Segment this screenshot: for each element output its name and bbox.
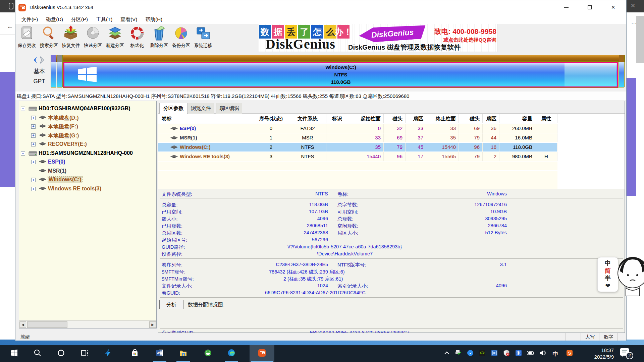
menu-item-4[interactable]: 查看(V)	[116, 16, 141, 23]
taskbar-word[interactable]: W	[152, 345, 168, 362]
partition-block-msr[interactable]	[57, 55, 63, 87]
header-9[interactable]: 扇区	[483, 114, 499, 123]
scroll-right-button[interactable]: ▶	[149, 321, 156, 328]
header-7[interactable]: 终止柱面	[426, 114, 459, 123]
toolbar-button-format[interactable]: 格式化	[126, 25, 148, 52]
minimize-button[interactable]	[559, 2, 574, 13]
table-row-0[interactable]: ESP(0)0FAT3203233336936260.0MB	[158, 124, 557, 133]
tab-2[interactable]: 扇区编辑	[216, 103, 242, 114]
taskbar-tray-printer[interactable]	[453, 345, 464, 362]
close-button[interactable]: ×	[606, 2, 621, 13]
toolbar-button-system-migration[interactable]: 系统迁移	[192, 25, 214, 52]
partition-block-windows-c[interactable]: Windows(C:) NTFS 118.0GB	[63, 62, 618, 87]
tree-item-msr-1-[interactable]: MSR(1)	[19, 167, 156, 176]
header-8[interactable]: 磁头	[459, 114, 483, 123]
tree-item-hd0-toshibamq04abf100-932gb-[interactable]: −HD0:TOSHIBAMQ04ABF100(932GB)	[19, 105, 156, 113]
header-1[interactable]: 序号(状态)	[253, 114, 289, 123]
tab-0[interactable]: 分区参数	[159, 103, 187, 114]
header-2[interactable]: 文件系统	[289, 114, 326, 123]
titlebar[interactable]: DiskGenius V5.4.3.1342 x64 ×	[15, 0, 626, 15]
expand-icon[interactable]: +	[31, 160, 36, 164]
header-6[interactable]: 扇区	[406, 114, 426, 123]
ime-status-bar[interactable]: 中简半❤	[597, 257, 618, 292]
ime-item-3[interactable]: ❤	[605, 283, 610, 289]
taskbar-tray-volume[interactable]	[537, 345, 548, 362]
notification-center-icon[interactable]: 2	[620, 348, 633, 359]
ad-banner[interactable]: 数据丢了怎么办！ DiskGenius DiskGenius 致电: 400-0…	[258, 24, 497, 52]
header-0[interactable]: 卷标	[158, 114, 253, 123]
expand-icon[interactable]: +	[31, 142, 36, 146]
taskbar-file-explorer[interactable]	[175, 345, 191, 362]
tree-item-hd1-samsungmznln128hahq-000[interactable]: −HD1:SAMSUNGMZNLN128HAHQ-000	[19, 149, 156, 158]
partition-block-re-tools[interactable]	[619, 55, 625, 87]
taskbar-ie-browser[interactable]	[200, 345, 216, 362]
expand-icon[interactable]: +	[31, 116, 36, 120]
expand-icon[interactable]: +	[31, 187, 36, 191]
tree-item--d-[interactable]: +本地磁盘(D:)	[19, 114, 156, 122]
header-4[interactable]: 起始柱面	[348, 114, 384, 123]
taskbar-tray-security[interactable]	[501, 345, 512, 362]
table-row-3[interactable]: Windows RE tools(3)3NTFS1544096171556579…	[158, 152, 557, 161]
scroll-thumb[interactable]	[27, 321, 67, 328]
menu-item-1[interactable]: 磁盘(D)	[42, 16, 67, 23]
expand-icon[interactable]: +	[31, 178, 36, 182]
ad-qq-link[interactable]: 或点击此处选择QQ咨询	[423, 37, 496, 43]
taskbar-task-view[interactable]	[76, 345, 93, 362]
toolbar-button-recover-files[interactable]: 恢复文件	[60, 25, 82, 52]
collapse-icon[interactable]: −	[21, 151, 25, 156]
ime-item-0[interactable]: 中	[605, 260, 611, 266]
taskbar-tray-snowflake[interactable]	[513, 345, 524, 362]
mascot-character[interactable]	[616, 256, 644, 296]
toolbar-button-backup-partition[interactable]: 备份分区	[170, 25, 192, 52]
taskbar-taskbar-search[interactable]	[30, 345, 46, 362]
header-5[interactable]: 磁头	[384, 114, 406, 123]
background-scrollbar[interactable]	[636, 16, 644, 63]
tree-item-esp-0-[interactable]: +ESP(0)	[19, 158, 156, 167]
tree-item--f-[interactable]: +本地磁盘(F:)	[19, 122, 156, 131]
tree-item-recovery-e-[interactable]: +RECOVERY(E:)	[19, 140, 156, 149]
taskbar-cortana[interactable]	[53, 345, 69, 362]
expand-icon[interactable]: +	[31, 133, 36, 138]
ime-item-2[interactable]: 半	[605, 275, 611, 282]
tab-1[interactable]: 浏览文件	[188, 103, 214, 114]
partition-block-esp[interactable]	[51, 55, 56, 87]
tree-item-windows-c-[interactable]: +Windows(C:)	[19, 176, 156, 184]
table-row-1[interactable]: MSR(1)1MSR33693735794416.0MB	[158, 133, 557, 142]
maximize-button[interactable]	[582, 2, 597, 13]
menu-item-5[interactable]: 帮助(H)	[141, 16, 166, 23]
back-arrow-icon[interactable]: ←	[7, 22, 13, 30]
analyze-button[interactable]: 分析	[159, 300, 183, 309]
taskbar-tray-power[interactable]	[525, 345, 536, 362]
taskbar-edge[interactable]	[223, 345, 239, 362]
header-3[interactable]: 标识	[326, 114, 348, 123]
menu-item-0[interactable]: 文件(F)	[17, 16, 42, 23]
taskbar-tray-ime-zh[interactable]: 中	[550, 345, 561, 362]
taskbar-thunder[interactable]	[100, 345, 116, 362]
table-row-2[interactable]: Windows(C:)2NTFS357945154409616118.0GB	[158, 143, 557, 152]
tree-item--g-[interactable]: +本地磁盘(G:)	[19, 131, 156, 140]
taskbar-ms-store[interactable]	[127, 345, 143, 362]
collapse-icon[interactable]: −	[21, 107, 25, 111]
taskbar-start[interactable]	[6, 345, 22, 362]
scroll-left-button[interactable]: ◀	[19, 321, 26, 328]
taskbar-tray-chevron[interactable]	[441, 345, 452, 362]
toolbar-button-search-partition[interactable]: 搜索分区	[38, 25, 60, 52]
tree-item-windows-re-tools-3-[interactable]: +Windows RE tools(3)	[19, 185, 156, 193]
ime-item-1[interactable]: 简	[605, 267, 611, 274]
menu-item-3[interactable]: 工具(T)	[92, 16, 116, 23]
taskbar-tray-sogou[interactable]: S	[564, 345, 575, 362]
toolbar-button-quick-partition[interactable]: 快速分区	[82, 25, 104, 52]
toolbar-button-save[interactable]: 保存更改	[16, 25, 38, 52]
taskbar-tray-nvidia[interactable]	[477, 345, 488, 362]
expand-icon[interactable]: +	[31, 124, 36, 129]
toolbar-button-new-partition[interactable]: 新建分区	[104, 25, 126, 52]
disk-nav-arrows-icon[interactable]	[32, 56, 47, 64]
header-10[interactable]: 容量	[499, 114, 535, 123]
taskbar-clock[interactable]: 18:37 2022/5/9	[578, 347, 614, 360]
background-close-icon[interactable]: ✕	[629, 2, 637, 9]
header-11[interactable]: 属性	[535, 114, 557, 123]
toolbar-button-delete-partition[interactable]: 删除分区	[148, 25, 170, 52]
taskbar-tray-intel[interactable]	[489, 345, 500, 362]
tree-hscrollbar[interactable]: ◀▶	[19, 320, 156, 328]
taskbar-diskgenius[interactable]	[250, 345, 274, 362]
